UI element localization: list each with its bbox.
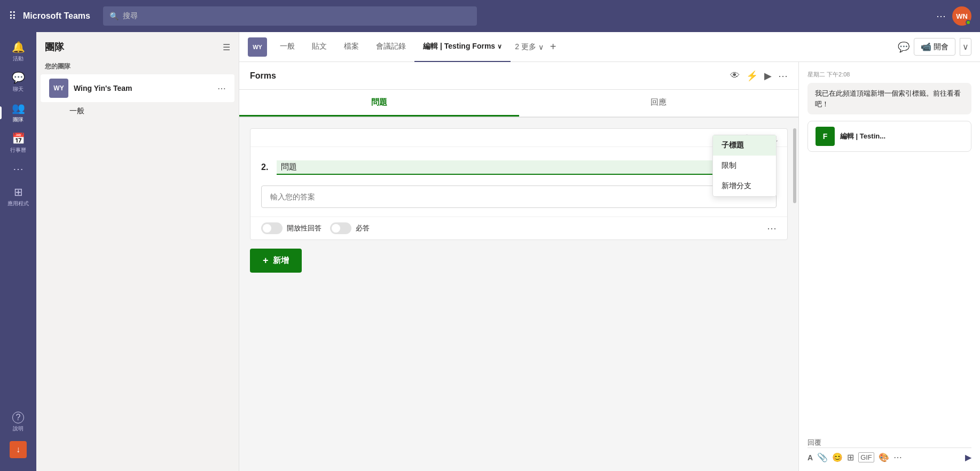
toggle-knob xyxy=(263,224,271,233)
topbar-right: ⋯ WN xyxy=(936,6,971,26)
tab-more-button[interactable]: 2 更多 ∨ xyxy=(511,42,548,52)
tab-general[interactable]: 一般 xyxy=(271,32,303,62)
topbar: ⠿ Microsoft Teams 🔍 搜尋 ⋯ WN xyxy=(0,0,980,32)
dropdown-item-limit[interactable]: 限制 xyxy=(713,156,776,176)
send-icon[interactable]: ▶ xyxy=(764,70,772,82)
dropdown-item-subtitle[interactable]: 子標題 xyxy=(713,135,776,156)
online-status-dot xyxy=(966,20,971,25)
team-item[interactable]: WY Wing Yin's Team ⋯ xyxy=(41,74,234,102)
tab-add-button[interactable]: + xyxy=(550,41,556,53)
forms-tab-questions[interactable]: 問題 xyxy=(239,90,519,117)
tab-meetings[interactable]: 會議記錄 xyxy=(367,32,414,62)
more-icon[interactable]: ⋯ xyxy=(893,452,902,462)
emoji-icon[interactable]: 😊 xyxy=(832,452,843,462)
forms-tab-responses[interactable]: 回應 xyxy=(519,90,799,117)
apps-grid-icon[interactable]: ⠿ xyxy=(9,10,17,22)
tab-files[interactable]: 檔案 xyxy=(335,32,367,62)
sidebar-title: 團隊 xyxy=(45,41,64,53)
chat-card[interactable]: F 編輯 | Testin... xyxy=(807,121,971,152)
question-input-row: 2. 🖼 xyxy=(261,156,777,179)
nav-item-teams[interactable]: 👥 團隊 xyxy=(0,97,36,128)
help-icon: ? xyxy=(12,412,24,423)
meet-button[interactable]: 📹 開會 xyxy=(914,38,955,56)
nav-item-calendar[interactable]: 📅 行事曆 xyxy=(0,128,36,158)
nav-item-activity[interactable]: 🔔 活動 xyxy=(0,36,36,67)
left-nav: 🔔 活動 💬 聊天 👥 團隊 📅 行事曆 ⋯ ⊞ 應用程式 ? 說明 ↓ xyxy=(0,32,36,471)
meet-chevron-icon[interactable]: ∨ xyxy=(960,38,971,56)
main-layout: 🔔 活動 💬 聊天 👥 團隊 📅 行事曆 ⋯ ⊞ 應用程式 ? 說明 ↓ xyxy=(0,32,980,471)
sidebar: 團隊 ☰ 您的團隊 WY Wing Yin's Team ⋯ 一般 xyxy=(36,32,239,471)
open-answer-toggle-group: 開放性回答 xyxy=(261,222,322,234)
avatar[interactable]: WN xyxy=(952,6,971,26)
calendar-icon: 📅 xyxy=(12,132,25,145)
question-footer: 開放性回答 必答 ⋯ xyxy=(250,217,787,240)
right-panel: 星期二 下午2:08 我已在此頻道頂端新增一個索引標籤。前往看看吧！ F 編輯 … xyxy=(798,62,980,471)
team-more-icon[interactable]: ⋯ xyxy=(217,83,226,94)
add-button-label: 新增 xyxy=(273,256,289,266)
tab-edit-testing-forms[interactable]: 編輯 | Testing Forms ∨ xyxy=(414,32,511,62)
question-body: 2. 🖼 xyxy=(250,147,787,217)
nav-item-chat[interactable]: 💬 聊天 xyxy=(0,67,36,97)
chat-icon[interactable]: 💬 xyxy=(898,41,910,53)
chat-timestamp: 星期二 下午2:08 xyxy=(807,71,971,79)
more-icon: ⋯ xyxy=(13,163,23,175)
dropdown-menu: 子標題 限制 新增分支 xyxy=(712,135,777,197)
chevron-down-icon: ∨ xyxy=(497,43,502,50)
forms-content: ⧉ 🗑 ↑ ↓ 2. 🖼 xyxy=(239,118,798,471)
nav-item-download[interactable]: ↓ xyxy=(0,437,36,462)
channel-icon: WY xyxy=(248,37,267,57)
dropdown-item-add-branch[interactable]: 新增分支 xyxy=(713,176,776,196)
forms-toolbar-icons: 👁 ⚡ ▶ ⋯ xyxy=(730,70,788,82)
required-label: 必答 xyxy=(356,223,370,233)
app-title: Microsoft Teams xyxy=(23,11,90,21)
toggle-knob-required xyxy=(332,224,340,233)
content-area: WY 一般 貼文 檔案 會議記錄 編輯 | Testing Forms ∨ 2 … xyxy=(239,32,980,471)
gif-icon[interactable]: GIF xyxy=(858,452,874,462)
tab-posts[interactable]: 貼文 xyxy=(303,32,335,62)
more-options-icon[interactable]: ⋯ xyxy=(778,70,788,82)
forms-toolbar: Forms 👁 ⚡ ▶ ⋯ xyxy=(239,62,798,90)
channel-item-general[interactable]: 一般 xyxy=(36,103,239,119)
search-placeholder: 搜尋 xyxy=(123,11,138,21)
nav-item-help[interactable]: ? 說明 xyxy=(0,407,36,437)
plus-icon: + xyxy=(263,255,269,266)
send-icon[interactable]: ▶ xyxy=(965,452,971,462)
scrollbar-handle[interactable] xyxy=(793,128,796,203)
question-number: 2. xyxy=(261,163,268,172)
search-bar[interactable]: 🔍 搜尋 xyxy=(103,6,477,26)
teams-icon: 👥 xyxy=(12,102,25,114)
team-avatar: WY xyxy=(49,79,68,98)
required-toggle[interactable] xyxy=(330,222,351,234)
sidebar-section-label: 您的團隊 xyxy=(36,58,239,73)
chevron-down-icon: ∨ xyxy=(538,43,544,51)
reply-toolbar: A 📎 😊 ⊞ GIF 🎨 ⋯ ▶ xyxy=(807,447,971,462)
open-answer-toggle[interactable] xyxy=(261,222,283,234)
search-icon: 🔍 xyxy=(109,12,119,20)
attach-icon[interactable]: 📎 xyxy=(817,452,828,462)
chat-bubble: 我已在此頻道頂端新增一個索引標籤。前往看看吧！ xyxy=(807,83,971,114)
forms-area: Forms 👁 ⚡ ▶ ⋯ 問題 回應 xyxy=(239,62,798,471)
apps-icon[interactable]: ⊞ xyxy=(847,452,854,462)
bold-icon[interactable]: A xyxy=(807,453,813,462)
forms-title: Forms xyxy=(250,71,730,81)
reply-label: 回覆 xyxy=(807,429,971,447)
question-more-icon[interactable]: ⋯ xyxy=(767,222,777,234)
topbar-more-icon[interactable]: ⋯ xyxy=(936,10,946,22)
download-icon: ↓ xyxy=(10,441,27,458)
sticker-icon[interactable]: 🎨 xyxy=(879,452,889,462)
chat-card-title: 編輯 | Testin... xyxy=(840,132,885,141)
tab-right-actions: 💬 📹 開會 ∨ xyxy=(898,38,971,56)
filter-icon[interactable]: ☰ xyxy=(223,42,230,52)
bell-icon: 🔔 xyxy=(12,41,25,53)
forms-inner-tabs: 問題 回應 xyxy=(239,90,798,118)
nav-item-apps[interactable]: ⊞ 應用程式 xyxy=(0,181,36,212)
chat-icon: 💬 xyxy=(12,71,25,84)
add-question-button[interactable]: + 新增 xyxy=(250,249,302,273)
inner-content: Forms 👁 ⚡ ▶ ⋯ 問題 回應 xyxy=(239,62,980,471)
answer-input[interactable] xyxy=(261,186,777,208)
nav-item-more[interactable]: ⋯ xyxy=(0,158,36,181)
camera-icon: 📹 xyxy=(921,42,931,52)
eye-icon[interactable]: 👁 xyxy=(730,70,740,81)
bolt-icon[interactable]: ⚡ xyxy=(746,70,758,82)
question-text-input[interactable] xyxy=(277,160,749,175)
